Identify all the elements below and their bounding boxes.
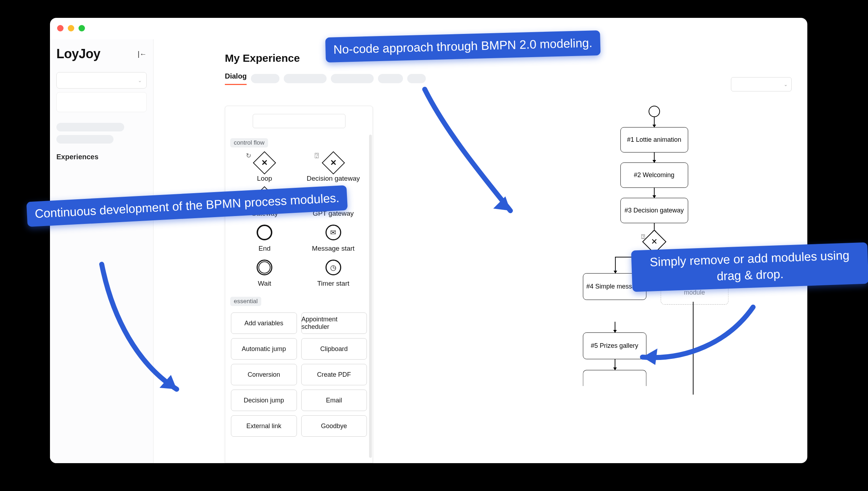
- question-icon: ⍰: [641, 233, 645, 240]
- chevron-down-icon: ⌄: [784, 82, 788, 87]
- tab-placeholder[interactable]: [284, 74, 327, 83]
- palette-item-timer-start[interactable]: ◷ Timer start: [301, 257, 365, 287]
- question-icon: ⍰: [315, 152, 319, 159]
- module-palette: control flow ↻ ✕ Loop ⍰ ✕ Decision gatew…: [225, 106, 373, 463]
- collapse-sidebar-icon[interactable]: |←: [138, 50, 147, 58]
- workspace-select[interactable]: ⌄: [56, 72, 147, 89]
- experiences-heading: Experiences: [56, 153, 147, 161]
- palette-btn-conversion[interactable]: Conversion: [231, 364, 297, 385]
- flow-node[interactable]: #1 Lottie animation: [620, 127, 688, 152]
- palette-btn-appointment-scheduler[interactable]: Appointment scheduler: [301, 312, 367, 334]
- tab-dialog[interactable]: Dialog: [225, 72, 247, 85]
- sidebar-panel: [56, 92, 147, 112]
- palette-item-loop[interactable]: ↻ ✕ Loop: [232, 152, 297, 182]
- loop-icon: ↻: [246, 152, 251, 160]
- palette-item-decision-gateway[interactable]: ⍰ ✕ Decision gateway: [301, 152, 365, 182]
- view-select[interactable]: ⌄: [731, 77, 792, 91]
- tab-placeholder[interactable]: [407, 74, 426, 83]
- brand-logo: LoyJoy: [56, 46, 100, 61]
- envelope-icon: ✉: [330, 228, 336, 237]
- clock-icon: ◷: [330, 263, 336, 272]
- palette-item-end[interactable]: End: [232, 222, 297, 252]
- flow-node[interactable]: #5 Prizes gallery: [583, 332, 646, 359]
- palette-btn-add-variables[interactable]: Add variables: [231, 312, 297, 334]
- palette-scrollbar[interactable]: [369, 135, 372, 458]
- palette-search-input[interactable]: [253, 114, 345, 128]
- flow-node-partial[interactable]: [583, 370, 646, 386]
- group-tag-essential: essential: [230, 297, 261, 306]
- close-window-icon[interactable]: [57, 25, 64, 31]
- tab-placeholder[interactable]: [378, 74, 403, 83]
- annotation-drag-drop: Simply remove or add modules using drag …: [631, 242, 868, 292]
- tab-placeholder[interactable]: [331, 74, 374, 83]
- tab-bar: Dialog: [153, 64, 807, 85]
- flow-node[interactable]: #2 Welcoming: [620, 162, 688, 188]
- tab-placeholder[interactable]: [251, 74, 279, 83]
- palette-btn-external-link[interactable]: External link: [231, 415, 297, 437]
- flow-node[interactable]: #3 Decision gateway: [620, 198, 688, 223]
- palette-item-message-start[interactable]: ✉ Message start: [301, 222, 365, 252]
- page-title: My Experience: [225, 52, 300, 64]
- group-tag-control-flow: control flow: [230, 138, 268, 147]
- app-window: LoyJoy |← ⌄ Experiences My Experience Di…: [50, 18, 807, 463]
- palette-btn-create-pdf[interactable]: Create PDF: [301, 364, 367, 385]
- sidebar: LoyJoy |← ⌄ Experiences: [50, 39, 153, 463]
- palette-btn-decision-jump[interactable]: Decision jump: [231, 390, 297, 411]
- palette-item-wait[interactable]: Wait: [232, 257, 297, 287]
- sidebar-skeleton-line: [56, 123, 124, 131]
- maximize-window-icon[interactable]: [79, 25, 85, 31]
- chevron-down-icon: ⌄: [138, 77, 142, 83]
- start-event-icon[interactable]: [649, 106, 660, 117]
- palette-btn-email[interactable]: Email: [301, 390, 367, 411]
- window-controls: [57, 25, 85, 31]
- minimize-window-icon[interactable]: [68, 25, 74, 31]
- palette-btn-automatic-jump[interactable]: Automatic jump: [231, 338, 297, 360]
- palette-btn-goodbye[interactable]: Goodbye: [301, 415, 367, 437]
- sidebar-skeleton-line: [56, 135, 113, 144]
- palette-btn-clipboard[interactable]: Clipboard: [301, 338, 367, 360]
